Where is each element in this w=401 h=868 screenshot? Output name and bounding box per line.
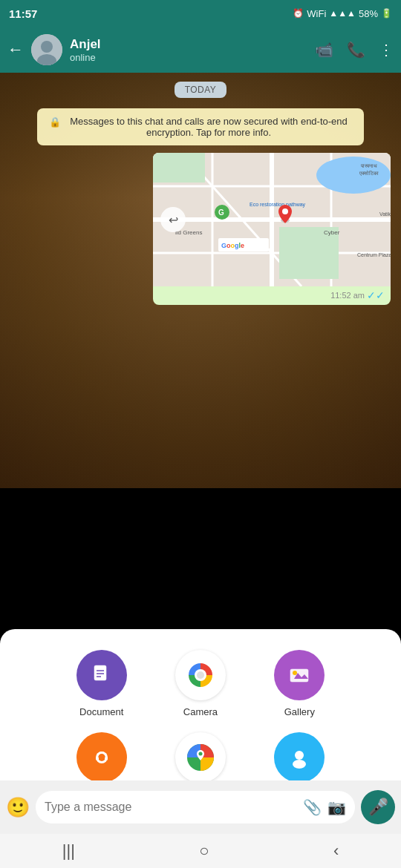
attach-gallery[interactable]: Gallery [250, 650, 349, 717]
video-call-button[interactable]: 📹 [315, 41, 333, 59]
svg-point-1 [41, 41, 53, 53]
document-circle [76, 650, 127, 700]
contact-name[interactable]: Anjel [70, 37, 307, 52]
recents-button[interactable]: ||| [62, 841, 75, 861]
wifi-icon: WiFi [307, 8, 326, 19]
message-time: 11:52 am ✓✓ [153, 286, 391, 305]
attach-grid: Document [52, 650, 349, 800]
message-input-wrap: 📎 📷 [36, 791, 355, 823]
nav-bar: ||| ○ ‹ [0, 834, 401, 868]
svg-point-46 [198, 752, 202, 756]
lock-icon: 🔒 [49, 116, 61, 128]
header-actions: 📹 📞 ⋮ [315, 41, 394, 59]
today-badge: TODAY [175, 82, 227, 98]
input-bar: 🙂 📎 📷 🎤 [0, 780, 401, 834]
forward-button[interactable]: ↩ [160, 207, 186, 232]
message-input[interactable] [45, 800, 297, 814]
svg-rect-43 [105, 757, 108, 760]
chat-area: TODAY 🔒 Messages to this chat and calls … [0, 73, 401, 488]
audio-circle [76, 732, 127, 783]
phone-call-button[interactable]: 📞 [347, 41, 365, 59]
svg-text:Cyber: Cyber [324, 229, 340, 236]
camera-circle [175, 650, 226, 700]
gallery-circle [274, 650, 325, 700]
svg-rect-42 [96, 757, 99, 760]
map-image: पास्वनाथ एक्सोटिका Eco restoration pathw… [153, 153, 391, 286]
document-label: Document [79, 706, 123, 717]
svg-point-35 [197, 671, 204, 679]
camera-icon [186, 661, 215, 689]
battery-icon: 🔋 [381, 8, 392, 19]
svg-rect-11 [153, 153, 205, 183]
camera-label: Camera [183, 706, 218, 717]
battery-text: 58% [359, 8, 378, 19]
svg-text:Vatika Towe: Vatika Towe [379, 211, 391, 217]
svg-point-41 [98, 754, 105, 761]
document-icon [91, 664, 113, 686]
alarm-icon: ⏰ [293, 8, 304, 19]
svg-point-13 [316, 157, 391, 194]
svg-text:Eco restoration pathway: Eco restoration pathway [250, 202, 306, 208]
map-message-bubble[interactable]: पास्वनाथ एक्सोटिका Eco restoration pathw… [153, 153, 391, 305]
chat-header: ← Anjel online 📹 📞 ⋮ [0, 27, 401, 73]
svg-rect-27 [94, 665, 106, 680]
svg-text:पास्वनाथ: पास्वनाथ [360, 163, 377, 168]
signal-icon: ▲▲▲ [329, 8, 356, 19]
encryption-text: Messages to this chat and calls are now … [65, 116, 352, 138]
svg-text:G: G [218, 208, 224, 217]
location-icon [184, 741, 217, 774]
home-button[interactable]: ○ [199, 841, 209, 861]
svg-text:Centrum Plaza: Centrum Plaza [357, 252, 391, 257]
mic-button[interactable]: 🎤 [361, 790, 395, 824]
status-time: 11:57 [9, 7, 37, 20]
contact-status: online [70, 52, 307, 63]
gallery-icon [288, 664, 310, 686]
svg-point-24 [282, 208, 288, 214]
encryption-notice[interactable]: 🔒 Messages to this chat and calls are no… [37, 108, 364, 145]
attachment-icon[interactable]: 📎 [303, 798, 322, 816]
avatar[interactable] [31, 34, 62, 65]
status-bar: 11:57 ⏰ WiFi ▲▲▲ 58% 🔋 [0, 0, 401, 27]
emoji-button[interactable]: 🙂 [6, 796, 30, 819]
contact-info: Anjel online [70, 37, 307, 63]
attach-camera[interactable]: Camera [151, 650, 250, 717]
svg-point-47 [295, 751, 304, 760]
chat-content: TODAY 🔒 Messages to this chat and calls … [0, 73, 401, 488]
status-icons: ⏰ WiFi ▲▲▲ 58% 🔋 [293, 8, 392, 19]
menu-button[interactable]: ⋮ [379, 41, 394, 59]
gallery-label: Gallery [284, 706, 315, 717]
read-receipt: ✓✓ [367, 289, 385, 301]
audio-icon [91, 746, 113, 769]
back-button[interactable]: ← [7, 40, 24, 59]
camera-input-icon[interactable]: 📷 [327, 798, 346, 816]
svg-point-48 [293, 760, 306, 769]
svg-text:Google: Google [221, 242, 244, 249]
svg-text:एक्सोटिका: एक्सोटिका [359, 170, 379, 176]
back-nav-button[interactable]: ‹ [333, 841, 339, 861]
location-circle [175, 732, 226, 783]
contact-circle [274, 732, 325, 783]
svg-point-39 [293, 671, 297, 675]
contact-icon [288, 746, 310, 769]
attach-document[interactable]: Document [52, 650, 151, 717]
